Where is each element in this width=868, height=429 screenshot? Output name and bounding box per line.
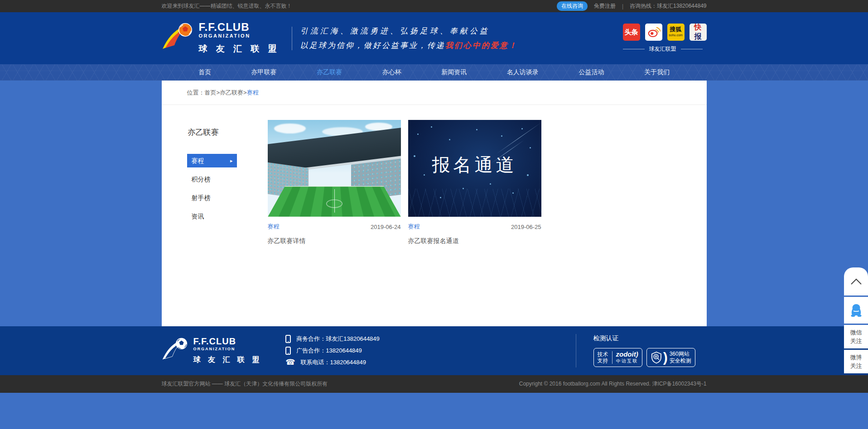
footer-divider bbox=[576, 334, 576, 367]
logo-name-en: F.F.CLUB bbox=[193, 337, 262, 346]
sidebar-item-info[interactable]: 资讯 bbox=[187, 210, 237, 223]
copyright-left: 球友汇联盟官方网站 —— 球友汇（天津）文化传播有限公司版权所有 bbox=[162, 380, 328, 388]
comet-football-icon bbox=[162, 337, 190, 361]
logo-org: ORGANIZATION bbox=[193, 346, 262, 352]
qq-contact-button[interactable] bbox=[844, 297, 868, 324]
copyright-right: Copyright © 2016 footballorg.com All Rig… bbox=[519, 380, 707, 388]
top-utility-bar: 欢迎来到球友汇——精诚团结、锐意进取、永不言败！ 在线咨询 免费注册 | 咨询热… bbox=[0, 0, 868, 12]
card-category-link[interactable]: 赛程 bbox=[268, 223, 280, 231]
header-social-links: 头条 搜狐 sohu.com 快报 球友汇联盟 bbox=[623, 24, 707, 53]
back-to-top-button[interactable] bbox=[844, 267, 868, 296]
comet-football-icon bbox=[162, 22, 195, 51]
hotline-text: 咨询热线：球友汇13820644849 bbox=[630, 2, 706, 10]
logo-name-cn: 球 友 汇 联 盟 bbox=[199, 43, 280, 55]
logo-name-en: F.F.CLUB bbox=[199, 22, 280, 33]
breadcrumb-current: 赛程 bbox=[247, 89, 259, 97]
stadium-photo[interactable] bbox=[268, 120, 401, 217]
sidebar-item-standings[interactable]: 积分榜 bbox=[187, 172, 237, 186]
contact-business: 商务合作：球友汇13820644849 bbox=[285, 335, 380, 343]
sidebar-item-schedule[interactable]: 赛程 ▸ bbox=[187, 154, 237, 167]
sidebar-title: 亦乙联赛 bbox=[188, 127, 268, 138]
nav-item-yixin-cup[interactable]: 亦心杯 bbox=[382, 68, 401, 76]
copyright-bar: 球友汇联盟官方网站 —— 球友汇（天津）文化传播有限公司版权所有 Copyrig… bbox=[0, 375, 868, 393]
contact-phone: ☎ 联系电话：13820644849 bbox=[285, 358, 380, 367]
slogan-highlight: 我们心中的爱意！ bbox=[445, 41, 518, 50]
site-footer: F.F.CLUB ORGANIZATION 球 友 汇 联 盟 商务合作：球友汇… bbox=[0, 326, 868, 375]
card-date: 2019-06-25 bbox=[511, 224, 541, 230]
contact-ads: 广告合作：13820644849 bbox=[285, 347, 380, 355]
shield-icon bbox=[651, 351, 662, 364]
signup-banner-text: 报名通道 bbox=[408, 153, 541, 177]
floating-toolbar: 微信 关注 微博 关注 bbox=[844, 267, 868, 373]
header-divider bbox=[292, 27, 292, 50]
sidebar-item-scorers[interactable]: 射手榜 bbox=[187, 191, 237, 205]
nav-item-news[interactable]: 新闻资讯 bbox=[441, 68, 467, 76]
social-caption: 球友汇联盟 bbox=[623, 45, 707, 53]
footer-logo: F.F.CLUB ORGANIZATION 球 友 汇 联 盟 bbox=[162, 337, 262, 365]
nav-item-league-a[interactable]: 亦甲联赛 bbox=[251, 68, 277, 76]
wechat-follow-button[interactable]: 微信 关注 bbox=[844, 325, 868, 348]
mobile-icon bbox=[285, 335, 291, 343]
chevron-up-icon bbox=[850, 277, 863, 286]
weibo-icon[interactable] bbox=[645, 24, 662, 41]
card-category-link[interactable]: 赛程 bbox=[408, 223, 420, 231]
phone-icon: ☎ bbox=[285, 358, 295, 367]
card-schedule-detail[interactable]: 赛程 2019-06-24 亦乙联赛详情 bbox=[268, 120, 401, 245]
card-list: 赛程 2019-06-24 亦乙联赛详情 bbox=[268, 120, 541, 245]
main-area: 位置： 首页 > 亦乙联赛 > 赛程 亦乙联赛 赛程 ▸ 积分榜 射手榜 资讯 bbox=[0, 81, 868, 326]
360-security-badge[interactable]: ) 360网站安全检测 bbox=[646, 348, 695, 367]
cert-title: 检测认证 bbox=[593, 334, 707, 343]
arrow-right-icon: ▸ bbox=[230, 154, 233, 167]
nav-item-charity[interactable]: 公益活动 bbox=[579, 68, 604, 76]
site-logo[interactable]: F.F.CLUB ORGANIZATION 球 友 汇 联 盟 bbox=[162, 22, 280, 55]
card-date: 2019-06-24 bbox=[371, 224, 401, 230]
nav-item-interviews[interactable]: 名人访谈录 bbox=[507, 68, 539, 76]
breadcrumb-section[interactable]: 亦乙联赛 bbox=[220, 89, 243, 97]
weibo-eye-icon bbox=[647, 25, 661, 39]
nav-item-league-b[interactable]: 亦乙联赛 bbox=[317, 68, 342, 76]
slogan-line2: 以足球为信仰，做好公益事业，传递我们心中的爱意！ bbox=[300, 40, 518, 51]
certifications: 检测认证 技术支持 zodoit) 中诒互联 ) bbox=[593, 334, 707, 367]
card-title[interactable]: 亦乙联赛详情 bbox=[268, 237, 401, 245]
breadcrumb: 位置： 首页 > 亦乙联赛 > 赛程 bbox=[162, 81, 707, 105]
qq-penguin-icon bbox=[849, 303, 863, 318]
kuaibao-icon[interactable]: 快报 bbox=[690, 24, 707, 41]
site-header: F.F.CLUB ORGANIZATION 球 友 汇 联 盟 引流汇海、激流勇… bbox=[0, 12, 868, 64]
online-consult-button[interactable]: 在线咨询 bbox=[557, 1, 588, 11]
toutiao-icon[interactable]: 头条 bbox=[623, 24, 640, 41]
logo-org: ORGANIZATION bbox=[199, 33, 280, 39]
mobile-icon bbox=[285, 347, 291, 355]
breadcrumb-home[interactable]: 首页 bbox=[205, 89, 217, 97]
free-register-link[interactable]: 免费注册 bbox=[594, 2, 616, 10]
slogan-line1: 引流汇海、激流勇进、弘扬足球、奉献公益 bbox=[300, 26, 518, 36]
header-slogan: 引流汇海、激流勇进、弘扬足球、奉献公益 以足球为信仰，做好公益事业，传递我们心中… bbox=[300, 26, 518, 51]
card-signup-channel[interactable]: 报名通道 赛程 2019-06-25 亦乙联赛报名通道 bbox=[408, 120, 541, 245]
nav-item-home[interactable]: 首页 bbox=[198, 68, 211, 76]
logo-name-cn: 球 友 汇 联 盟 bbox=[193, 355, 262, 365]
weibo-follow-button[interactable]: 微博 关注 bbox=[844, 350, 868, 373]
footer-contacts: 商务合作：球友汇13820644849 广告合作：13820644849 ☎ 联… bbox=[285, 335, 380, 367]
nav-item-about[interactable]: 关于我们 bbox=[644, 68, 670, 76]
topbar-divider: | bbox=[622, 3, 623, 10]
signup-banner[interactable]: 报名通道 bbox=[408, 120, 541, 217]
card-title[interactable]: 亦乙联赛报名通道 bbox=[408, 237, 541, 245]
main-nav: 首页 亦甲联赛 亦乙联赛 亦心杯 新闻资讯 名人访谈录 公益活动 关于我们 bbox=[0, 64, 868, 81]
sohu-icon[interactable]: 搜狐 sohu.com bbox=[667, 24, 685, 41]
sidebar: 亦乙联赛 赛程 ▸ 积分榜 射手榜 资讯 bbox=[187, 120, 268, 245]
zodoit-badge[interactable]: 技术支持 zodoit) 中诒互联 bbox=[593, 348, 642, 367]
welcome-text: 欢迎来到球友汇——精诚团结、锐意进取、永不言败！ bbox=[162, 2, 292, 10]
